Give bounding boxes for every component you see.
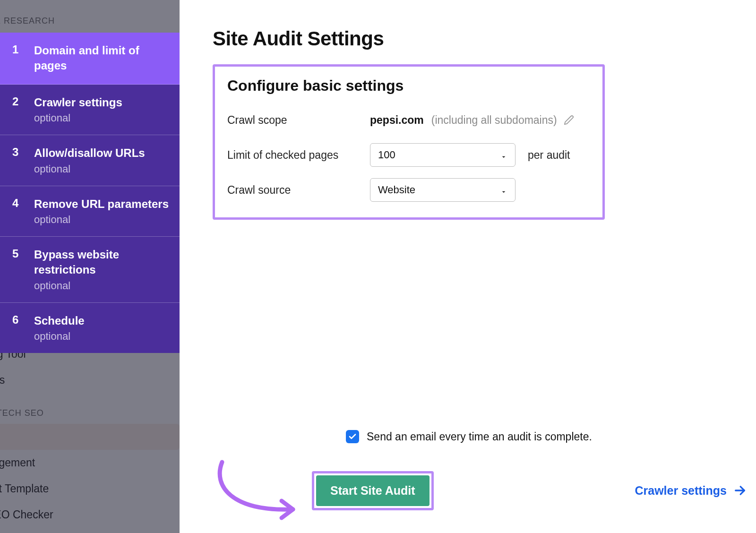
next-step-link[interactable]: Crawler settings: [635, 484, 747, 498]
step-optional: optional: [34, 163, 169, 175]
wizard-step-5[interactable]: 5 Bypass website restrictions optional: [0, 237, 180, 303]
step-number: 3: [12, 146, 34, 175]
wizard-step-2[interactable]: 2 Crawler settings optional: [0, 85, 180, 135]
chevron-down-icon: [500, 186, 507, 194]
basic-settings-box: Configure basic settings Crawl scope pep…: [213, 64, 605, 220]
step-title: Remove URL parameters: [34, 197, 169, 212]
step-title: Allow/disallow URLs: [34, 146, 169, 161]
annotation-arrow-icon: [208, 457, 317, 524]
email-option-row: Send an email every time an audit is com…: [346, 430, 592, 443]
email-label: Send an email every time an audit is com…: [367, 430, 592, 443]
source-select[interactable]: Website: [370, 178, 515, 202]
arrow-right-icon: [733, 484, 747, 497]
limit-select[interactable]: 100: [370, 143, 515, 167]
limit-value: 100: [378, 149, 395, 161]
panel-footer: Send an email every time an audit is com…: [208, 430, 747, 524]
wizard-steps: 1 Domain and limit of pages 2 Crawler se…: [0, 33, 180, 353]
settings-panel: Site Audit Settings Configure basic sett…: [180, 0, 756, 533]
step-number: 4: [12, 197, 34, 226]
chevron-down-icon: [500, 151, 507, 159]
button-row: Start Site Audit Crawler settings: [208, 457, 747, 524]
step-title: Bypass website restrictions: [34, 247, 169, 278]
step-title: Crawler settings: [34, 95, 169, 110]
step-number: 2: [12, 95, 34, 124]
wizard-step-3[interactable]: 3 Allow/disallow URLs optional: [0, 135, 180, 186]
section-title: Configure basic settings: [227, 77, 590, 95]
crawl-scope-label: Crawl scope: [227, 114, 370, 127]
wizard-step-1[interactable]: 1 Domain and limit of pages: [0, 33, 180, 85]
row-crawl-source: Crawl source Website: [227, 178, 590, 202]
wizard-step-6[interactable]: 6 Schedule optional: [0, 303, 180, 353]
page-title: Site Audit Settings: [213, 27, 723, 50]
step-number: 6: [12, 313, 34, 343]
crawl-scope-note: (including all subdomains): [431, 114, 557, 127]
row-crawl-scope: Crawl scope pepsi.com (including all sub…: [227, 108, 590, 132]
email-checkbox[interactable]: [346, 430, 359, 443]
start-button-highlight: Start Site Audit: [312, 471, 434, 510]
next-step-label: Crawler settings: [635, 484, 727, 498]
limit-suffix: per audit: [528, 149, 570, 162]
crawl-scope-domain: pepsi.com: [370, 114, 424, 127]
step-optional: optional: [34, 280, 169, 292]
step-optional: optional: [34, 214, 169, 226]
step-optional: optional: [34, 330, 169, 343]
step-title: Schedule: [34, 313, 169, 328]
step-optional: optional: [34, 112, 169, 124]
start-site-audit-button[interactable]: Start Site Audit: [316, 475, 430, 506]
step-number: 1: [12, 43, 34, 74]
step-title: Domain and limit of pages: [34, 43, 169, 74]
wizard-step-4[interactable]: 4 Remove URL parameters optional: [0, 186, 180, 237]
edit-icon[interactable]: [564, 115, 574, 125]
step-number: 5: [12, 247, 34, 292]
limit-label: Limit of checked pages: [227, 149, 370, 162]
source-value: Website: [378, 184, 415, 196]
source-label: Crawl source: [227, 184, 370, 197]
row-limit-pages: Limit of checked pages 100 per audit: [227, 143, 590, 167]
